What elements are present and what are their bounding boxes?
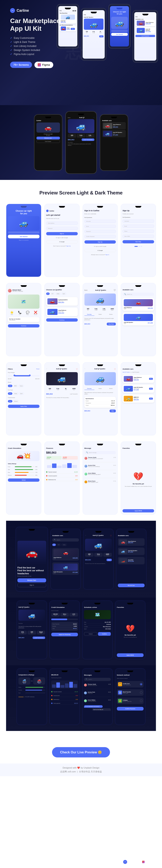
footer-sites: 志设网 zs9.com | 分享好作品 天天拿收益 bbox=[6, 770, 156, 773]
screen-map: Almost Here! Clay River, St Maryland 🗺️ … bbox=[6, 283, 41, 356]
dark-screen-compare: Comparators & Ratings 🚙 Audi Q7 $80k vs … bbox=[17, 668, 47, 725]
dark-screens-row2: Audi Q7 Quattro 🚙 Overview The Audi Q7 i… bbox=[6, 597, 156, 665]
screen-onboarding: Choose car rightfor you 🚙 Get Started Si… bbox=[6, 204, 41, 277]
figma-icon bbox=[38, 63, 41, 66]
screens-badge: 75+ Screens bbox=[10, 62, 32, 68]
feature-item: Icon Library Included bbox=[10, 45, 71, 48]
brand-icon bbox=[10, 8, 15, 13]
hero-logo: Carline bbox=[10, 8, 71, 13]
dark-screen-car-detail: ← Audi Q7 Quattro ♡ 🚙 305HP 5.4s0-100 AW… bbox=[83, 529, 114, 589]
hero-phone-2: 9:41 Audi Q7 Quattro 🚙 305 HP 5.4s 0-100 bbox=[81, 8, 106, 61]
screen-welcome: Carline Let's get started Find the best … bbox=[44, 204, 80, 277]
svg-point-0 bbox=[11, 9, 14, 12]
screen-finances: Finances $80,063 +$5,200 Income -$2,800 … bbox=[44, 441, 80, 515]
screen-car-detail3: ← Audi Q7 Quattro ♡ 🚙 Overview Details R… bbox=[83, 362, 118, 435]
screen-favorites: Favorites 💔 No favorite yet You haven't … bbox=[121, 441, 156, 515]
figma-badge: Figma bbox=[34, 62, 53, 68]
screen-signin: Sign in to Carline Enter your credential… bbox=[83, 204, 118, 277]
cta-button[interactable]: Check Our Live Preview 😊 bbox=[52, 747, 110, 757]
cta-section: Check Our Live Preview 😊 bbox=[0, 741, 162, 764]
feature-item: Figma Auto-Layout bbox=[10, 53, 71, 56]
screen-message: Message 🔍 Search message... Thomas Smith… bbox=[83, 441, 118, 515]
screen-filters-panel: Filters Reset Price Range $20,000 $100,0… bbox=[6, 362, 41, 435]
hero-phone-4: 9:41 Available cars 🚗 Jeep Rubicon $36,0… bbox=[133, 10, 158, 63]
light-screens-row4: Crash Simulation 🚗💥 Safety Ratings Front… bbox=[6, 441, 156, 515]
dark-screen-favorites: Favorites 💔 No favorite yet Add cars to … bbox=[115, 600, 145, 659]
dark-screen-messages: Messages 🔍 Search... Thomas Smith 10:30 … bbox=[82, 668, 113, 725]
dark-screen-credit: Credit Simulation Audi Q7 Quattro $80,06… bbox=[49, 600, 80, 659]
dark-screen-car-detail2: Audi Q7 Quattro 🚙 Overview The Audi Q7 i… bbox=[17, 600, 47, 659]
light-screens-row3: Filters Reset Price Range $20,000 $100,0… bbox=[6, 362, 156, 435]
footer-section: Designed with ❤️ by Unplash Design 志设网 z… bbox=[0, 764, 162, 776]
hero-row2: Carline 🚗 Choose car rightfor you Browse… bbox=[0, 105, 162, 180]
screen-car-detail2: ← Audi Q7 Quattro ♡ 🚙 305 HP 5.4s 0-100 bbox=[44, 362, 80, 435]
screen-listing: Available cars 🔍 Search car... 🚗 Jeep Ru… bbox=[121, 283, 156, 356]
hero-phone-3: Choose car rightfor you 🚙 Get Started bbox=[108, 4, 131, 49]
hero-section: Carline Car Marketplace App UI Kit Easy … bbox=[0, 0, 162, 105]
dark-screen-listing: Available cars 🔍 Search... All SUV Sedan… bbox=[50, 529, 81, 589]
footer-credit: Designed with ❤️ by Unplash Design bbox=[6, 767, 156, 769]
light-screens-row2: Almost Here! Clay River, St Maryland 🗺️ … bbox=[6, 283, 156, 356]
dark-screen-price: $80,063.00 Total financing amount Paymen… bbox=[49, 668, 80, 725]
hero-large-phone-3: Available cars 🚗 Jeep Rubicon 2023 $36,0… bbox=[100, 114, 128, 171]
dark-screen-listing2: Available cars 🚗 Jeep Rubicon $36,000 🚙 … bbox=[116, 529, 146, 589]
preview-section: Preview Screen Light & Dark Theme Choose… bbox=[0, 180, 162, 741]
hero-phones: 9:41 Top Searches 🚙 Audi Q7 $80,063 Car … bbox=[57, 4, 158, 63]
screen-listing2: Available cars Audi Q7 Quattro vs Audi A… bbox=[121, 362, 156, 435]
feature-item: Design System Included bbox=[10, 49, 71, 52]
hero-large-phone-1: Carline 🚗 Choose car rightfor you Browse… bbox=[34, 114, 62, 171]
feature-item: Easy Customizable bbox=[10, 37, 71, 39]
screen-crash: Crash Simulation 🚗💥 Safety Ratings Front… bbox=[6, 441, 41, 515]
dark-screens-row3: Comparators & Ratings 🚙 Audi Q7 $80k vs … bbox=[6, 665, 156, 731]
hero-large-phone-2: Back Audi Q7 ♡ 🚙 305 HP 5.4s 0-100 3.0 bbox=[65, 111, 97, 174]
screen-signup: Sign Up Create your account Full Questio… bbox=[121, 204, 156, 277]
hero-badges: 75+ Screens Figma bbox=[10, 62, 71, 68]
hero-features-list: Easy Customizable Light & Dark Theme Ico… bbox=[10, 37, 71, 56]
brand-name: Carline bbox=[17, 8, 29, 13]
screen-car-detail: Back Audi Q7 Quattro ♡ 🚙 305HP 5.4s0-100… bbox=[83, 283, 118, 356]
dark-screen-network: Network method Select payment network 💳 … bbox=[115, 668, 145, 725]
dark-screens-section: 🚗 Find the best carFind the best car wit… bbox=[6, 521, 156, 597]
feature-item: Light & Dark Theme bbox=[10, 41, 71, 43]
dark-screen-onboarding: 🚗 Find the best carFind the best car wit… bbox=[16, 527, 48, 591]
hero-title: Car Marketplace App UI Kit bbox=[10, 17, 67, 33]
dark-screen-schedule: Schedule a drive 🗺️ Date July 15, 2024 T… bbox=[82, 600, 113, 659]
screen-filter: Choose car Qualifier All SUV Sedan Sport… bbox=[44, 283, 80, 356]
light-screens-row1: Choose car rightfor you 🚙 Get Started Si… bbox=[6, 204, 156, 277]
preview-title: Preview Screen Light & Dark Theme bbox=[6, 190, 156, 196]
